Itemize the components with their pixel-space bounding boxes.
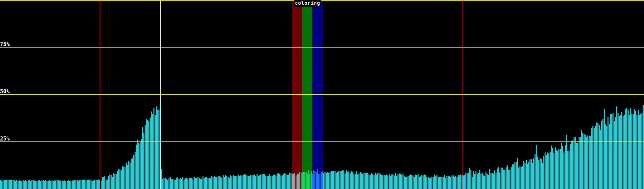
coloring-section-label: coloring (294, 0, 321, 7)
y-tick-label-75: 75% (0, 42, 10, 47)
y-tick-label-50: 50% (0, 89, 10, 94)
axis-labels-layer: 75%50%25% (0, 0, 644, 189)
histogram-panel: 75%50%25% coloring (0, 0, 644, 189)
y-tick-label-25: 25% (0, 136, 10, 141)
